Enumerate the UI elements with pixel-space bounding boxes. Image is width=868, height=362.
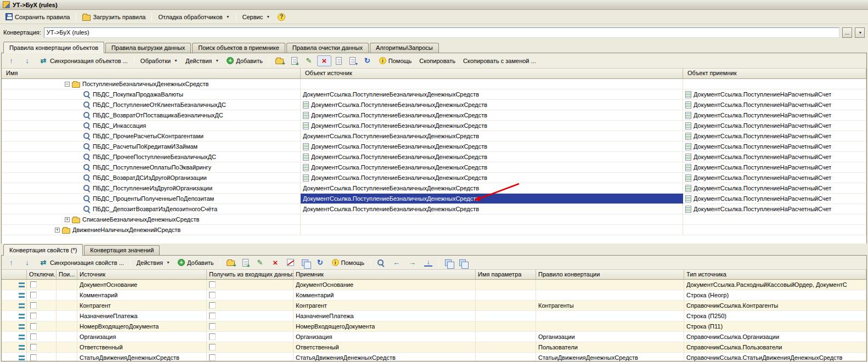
props-disable-button[interactable] <box>284 257 297 268</box>
debug-handlers-button[interactable]: Отладка обработчиков ▼ <box>155 12 233 22</box>
receiver-cell[interactable]: НазначениеПлатежа <box>294 311 476 321</box>
service-button[interactable]: Сервис ▼ <box>239 12 274 22</box>
receiver-cell[interactable]: Комментарий <box>294 290 476 301</box>
receiver-cell[interactable]: Контрагент <box>294 301 476 311</box>
disabled-checkbox[interactable] <box>30 333 37 340</box>
row-marker-cell[interactable] <box>2 290 27 301</box>
source-cell[interactable]: ДокументОснование <box>77 280 207 290</box>
tree-name-cell[interactable]: ПБДС_ПрочееПоступлениеБезналичныхДС <box>2 152 301 162</box>
tree-name-cell[interactable]: ПБДС_ПокупкаПродажаВалюты <box>2 89 301 100</box>
tree-group-row[interactable]: +ДвижениеНаличныхДенежнийСредств <box>2 225 866 235</box>
column-header-receiver-object[interactable]: Объект приемник <box>683 69 866 78</box>
tree-item-row[interactable]: ПБДС_ПрочиеРасчетыСКонтрагентамиДокумент… <box>2 131 866 142</box>
source-cell[interactable]: Комментарий <box>77 290 207 301</box>
disabled-checkbox[interactable] <box>30 323 37 330</box>
receiver-object-cell[interactable]: ДокументСсылка.ПоступлениеНаРасчетныйСче… <box>683 89 866 100</box>
conversion-rule-cell[interactable]: СтатьиДвиженияДенежныхСредств <box>536 353 684 361</box>
add-copy-button[interactable] <box>288 55 301 66</box>
tab-object-search-receiver[interactable]: Поиск объектов в приемнике <box>192 43 285 53</box>
source-object-cell[interactable]: ДокументСсылка.ПоступлениеБезналичныхДен… <box>301 173 683 183</box>
source-object-cell[interactable] <box>301 214 683 225</box>
props-delete-button[interactable] <box>268 257 283 268</box>
tree-name-cell[interactable]: ПБДС_ПоступлениеОплатыПоЭквайрингу <box>2 162 301 173</box>
object-rules-tree[interactable]: −ПоступлениеБезналичныхДенежныхСредствПБ… <box>2 79 866 244</box>
receiver-object-cell[interactable] <box>683 225 866 235</box>
source-cell[interactable]: НомерВходящегоДокумента <box>77 321 207 332</box>
processing-menu-button[interactable]: Обработки ▼ <box>137 56 181 66</box>
tree-name-cell[interactable]: +СписаниеБезналичныхДенежныхСредств <box>2 214 301 225</box>
props-add-copy-button[interactable] <box>239 257 252 268</box>
receiver-object-cell[interactable]: ДокументСсылка.ПоступлениеНаРасчетныйСче… <box>683 142 866 152</box>
property-rules-grid[interactable]: ДокументОснованиеДокументОснованиеДокуме… <box>2 280 866 361</box>
column-header-source-type[interactable]: Тип источника <box>684 270 866 279</box>
parameter-name-cell[interactable] <box>476 353 536 361</box>
source-type-cell[interactable]: СправочникСсылка.СтатьиДвиженияДенежныхС… <box>684 353 866 361</box>
props-add-button[interactable]: Добавить <box>174 257 217 268</box>
source-object-cell[interactable]: ДокументСсылка.ПоступлениеБезналичныхДен… <box>301 142 683 152</box>
source-type-cell[interactable]: СправочникСсылка.Контрагенты <box>684 301 866 311</box>
source-cell[interactable]: СтатьяДвиженияДенежныхСредств <box>77 353 207 361</box>
source-object-cell[interactable]: ДокументСсылка.ПоступлениеБезналичныхДен… <box>301 194 683 204</box>
props-refresh-button[interactable] <box>313 257 328 268</box>
row-marker-cell[interactable] <box>2 301 27 311</box>
disabled-checkbox[interactable] <box>30 281 37 288</box>
tree-name-cell[interactable]: −ПоступлениеБезналичныхДенежныхСредств <box>2 79 301 89</box>
actions-menu-button[interactable]: Действия ▼ <box>182 56 222 66</box>
column-header-source-object[interactable]: Объект источник <box>301 69 683 78</box>
copy-button[interactable]: Скопировать <box>416 56 459 66</box>
delete-button[interactable] <box>317 55 331 66</box>
tree-name-cell[interactable]: ПБДС_Инкассация <box>2 121 301 131</box>
tab-property-conversion[interactable]: Конвертация свойств (*) <box>3 244 83 256</box>
tree-item-row[interactable]: ПБДС_ВозвратДСИзДругойОрганизацииДокумен… <box>2 173 866 183</box>
tree-name-cell[interactable]: ПБДС_ВозвратДСИзДругойОрганизации <box>2 173 301 183</box>
search-cell[interactable] <box>57 311 77 321</box>
tab-value-conversion[interactable]: Конвертация значений <box>84 245 160 255</box>
parameter-name-cell[interactable] <box>476 342 536 353</box>
column-header-source[interactable]: Источник <box>77 270 207 279</box>
source-type-cell[interactable]: Строка (П250) <box>684 311 866 321</box>
tab-data-cleanup-rules[interactable]: Правила очистки данных <box>286 43 369 53</box>
receiver-cell[interactable]: Ответственный <box>294 342 476 353</box>
get-from-incoming-cell[interactable] <box>207 332 294 342</box>
disabled-cell[interactable] <box>27 353 57 361</box>
props-help-button[interactable]: Помощь <box>329 257 368 268</box>
receiver-object-cell[interactable]: ДокументСсылка.ПоступлениеНаРасчетныйСче… <box>683 100 866 110</box>
disabled-cell[interactable] <box>27 301 57 311</box>
receiver-object-cell[interactable]: ДокументСсылка.ПоступлениеНаРасчетныйСче… <box>683 110 866 121</box>
get-from-incoming-checkbox[interactable] <box>209 354 216 361</box>
row-marker-cell[interactable] <box>2 353 27 361</box>
props-add-group-button[interactable] <box>223 257 238 268</box>
disabled-checkbox[interactable] <box>30 302 37 309</box>
source-type-cell[interactable]: СправочникСсылка.Организации <box>684 332 866 342</box>
source-type-cell[interactable]: Строка (Неогр) <box>684 290 866 301</box>
tree-item-row[interactable]: ПБДС_ИнкассацияДокументСсылка.Поступлени… <box>2 121 866 131</box>
disabled-cell[interactable] <box>27 290 57 301</box>
refresh-button[interactable] <box>360 55 375 66</box>
get-from-incoming-checkbox[interactable] <box>209 281 216 288</box>
property-row[interactable]: ОтветственныйОтветственныйПользователиСп… <box>2 342 866 353</box>
column-header-search[interactable]: Пои... <box>57 270 77 279</box>
disabled-cell[interactable] <box>27 332 57 342</box>
property-row[interactable]: ДокументОснованиеДокументОснованиеДокуме… <box>2 280 866 290</box>
source-object-cell[interactable]: ДокументСсылка.ПоступлениеБезналичныхДен… <box>301 110 683 121</box>
receiver-object-cell[interactable]: ДокументСсылка.ПоступлениеНаРасчетныйСче… <box>683 162 866 173</box>
disabled-cell[interactable] <box>27 321 57 332</box>
tree-group-row[interactable]: −ПоступлениеБезналичныхДенежныхСредств <box>2 79 866 89</box>
source-object-cell[interactable]: ДокументСсылка.ПоступлениеБезналичныхДен… <box>301 204 683 214</box>
move-down-button[interactable] <box>20 55 35 66</box>
conversion-input[interactable] <box>44 27 839 38</box>
source-type-cell[interactable]: СправочникСсылка.Пользователи <box>684 342 866 353</box>
column-header-conversion-rule[interactable]: Правило конвертации <box>536 270 684 279</box>
search-cell[interactable] <box>57 332 77 342</box>
disabled-cell[interactable] <box>27 280 57 290</box>
parameter-name-cell[interactable] <box>476 311 536 321</box>
tree-name-cell[interactable]: ПБДС_РасчетыПоКредитамИЗаймам <box>2 142 301 152</box>
collapse-icon[interactable]: − <box>65 82 70 87</box>
tree-name-cell[interactable]: ПБДС_ПрочиеРасчетыСКонтрагентами <box>2 131 301 142</box>
search-cell[interactable] <box>57 353 77 361</box>
expand-icon[interactable]: + <box>55 228 60 233</box>
conversion-rule-cell[interactable] <box>536 311 684 321</box>
conversion-rule-cell[interactable]: Пользователи <box>536 342 684 353</box>
search-cell[interactable] <box>57 290 77 301</box>
parameter-name-cell[interactable] <box>476 290 536 301</box>
